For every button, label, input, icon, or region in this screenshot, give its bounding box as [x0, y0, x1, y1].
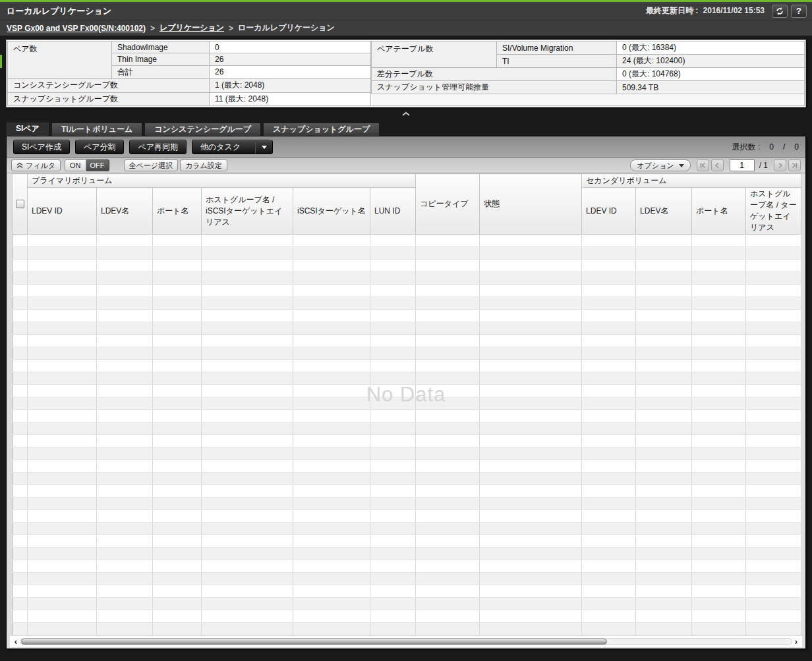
selection-separator: / — [783, 142, 785, 152]
select-all-pages-button[interactable]: 全ページ選択 — [124, 159, 179, 171]
thinimage-value: 26 — [210, 53, 371, 65]
tab-ti-root-volume[interactable]: TIルートボリューム — [51, 123, 142, 136]
column-status[interactable]: 状態 — [480, 174, 582, 235]
shadowimage-value: 0 — [210, 42, 371, 53]
column-secondary-ldev-name[interactable]: LDEV名 — [636, 188, 692, 235]
selection-count: 選択数 : 0 / 0 — [732, 142, 799, 153]
snapshot-capacity-value: 509.34 TB — [617, 81, 805, 94]
grid-body — [13, 235, 801, 635]
scrollbar-track[interactable] — [20, 638, 792, 645]
si-volume-migration-label: SI/Volume Migration — [497, 42, 617, 55]
table-row — [13, 498, 801, 510]
pair-total-value: 26 — [210, 65, 371, 78]
scroll-right-icon[interactable]: › — [792, 637, 800, 647]
collapse-summary-button[interactable] — [401, 111, 411, 117]
summary-table-right: ペアテーブル数 SI/Volume Migration 0 (最大: 16384… — [371, 41, 805, 106]
table-row — [13, 422, 801, 435]
scrollbar-thumb[interactable] — [21, 639, 607, 645]
summary-collapse-bar — [0, 107, 812, 121]
column-primary-ldev-name[interactable]: LDEV名 — [97, 188, 153, 235]
group-secondary-volume: セカンダリボリューム — [582, 174, 801, 188]
column-primary-port-name[interactable]: ポート名 — [153, 188, 202, 235]
table-row — [13, 285, 801, 297]
diff-table-count-label: 差分テーブル数 — [372, 68, 617, 81]
tab-consistency-group[interactable]: コンシステンシーグループ — [144, 123, 261, 136]
breadcrumb-current: ローカルレプリケーション — [238, 22, 335, 34]
split-pair-button[interactable]: ペア分割 — [75, 140, 125, 154]
more-tasks-dropdown[interactable] — [255, 140, 272, 154]
pair-count-label: ペア数 — [8, 42, 112, 79]
pair-total-label: 合計 — [112, 65, 210, 78]
scroll-left-icon[interactable]: ‹ — [12, 637, 20, 647]
column-secondary-hostgroup[interactable]: ホストグループ名 / ターゲットエイリアス — [746, 188, 801, 235]
table-row — [13, 335, 801, 347]
first-page-button[interactable] — [697, 159, 709, 171]
next-page-button[interactable] — [774, 159, 786, 171]
pair-table-count-label: ペアテーブル数 — [372, 42, 497, 68]
pair-grid: プライマリボリューム コピータイプ 状態 セカンダリボリューム LDEV ID … — [12, 173, 800, 635]
next-page-icon — [776, 162, 784, 169]
page-number-input[interactable] — [730, 159, 755, 171]
tab-bar: SIペアTIルートボリュームコンシステンシーグループスナップショットグループ — [6, 121, 806, 136]
tab-snapshot-group[interactable]: スナップショットグループ — [263, 123, 380, 136]
filter-off-button[interactable]: OFF — [86, 159, 109, 171]
breadcrumb-link-replication[interactable]: レプリケーション — [160, 22, 224, 34]
filter-icon — [16, 162, 23, 169]
tab-si-pair[interactable]: SIペア — [6, 121, 49, 136]
more-tasks-label: 他のタスク — [192, 142, 255, 153]
toolbar: SIペア作成 ペア分割 ペア再同期 他のタスク 選択数 : 0 / 0 — [7, 136, 805, 158]
table-row — [13, 360, 801, 372]
consistency-group-count-value: 1 (最大: 2048) — [210, 79, 371, 92]
last-page-icon — [791, 162, 798, 169]
last-updated: 最終更新日時 : 2016/11/02 15:53 — [646, 5, 765, 16]
column-primary-iscsi-target[interactable]: iSCSIターゲット名 — [293, 188, 370, 235]
column-primary-lun-id[interactable]: LUN ID — [370, 188, 416, 235]
first-page-icon — [699, 162, 707, 169]
table-row — [13, 473, 801, 485]
filter-label: フィルタ — [26, 161, 55, 171]
table-row — [13, 485, 801, 498]
column-primary-hostgroup[interactable]: ホストグループ名 / iSCSIターゲットエイリアス — [202, 188, 293, 235]
column-copy-type[interactable]: コピータイプ — [416, 174, 480, 235]
consistency-group-count-label: コンシステンシーグループ数 — [8, 79, 210, 92]
table-row — [13, 598, 801, 610]
snapshot-capacity-label: スナップショット管理可能推量 — [372, 81, 617, 94]
page-title: ローカルレプリケーション — [7, 5, 111, 17]
filter-on-button[interactable]: ON — [65, 159, 86, 171]
last-page-button[interactable] — [788, 159, 801, 171]
resync-pair-button[interactable]: ペア再同期 — [129, 140, 187, 154]
select-all-checkbox[interactable] — [16, 200, 24, 208]
title-bar: ローカルレプリケーション 最終更新日時 : 2016/11/02 15:53 ? — [0, 2, 812, 20]
snapshot-group-count-label: スナップショットグループ数 — [8, 92, 210, 105]
selection-current: 0 — [769, 142, 774, 152]
pair-table: プライマリボリューム コピータイプ 状態 セカンダリボリューム LDEV ID … — [12, 173, 801, 635]
page-total-label: / 1 — [759, 161, 768, 170]
summary-table-left: ペア数 ShadowImage 0 Thin Image 26 合計 26 コン… — [7, 41, 371, 106]
table-row — [13, 372, 801, 385]
table-row — [13, 548, 801, 560]
create-si-pair-button[interactable]: SIペア作成 — [13, 140, 70, 154]
options-label: オプション — [637, 161, 674, 171]
table-row — [13, 573, 801, 585]
column-settings-button[interactable]: カラム設定 — [180, 159, 227, 171]
column-primary-ldev-id[interactable]: LDEV ID — [28, 188, 97, 235]
diff-table-count-value: 0 (最大: 104768) — [617, 68, 805, 81]
table-row — [13, 272, 801, 285]
help-button[interactable]: ? — [791, 5, 807, 18]
more-tasks-button[interactable]: 他のタスク — [192, 140, 273, 154]
breadcrumb-link-storage-system[interactable]: VSP Gx00 and VSP Fx00(S/N:400102) — [7, 24, 146, 33]
filter-bar: フィルタ ON OFF 全ページ選択 カラム設定 オプション — [7, 158, 805, 173]
options-button[interactable]: オプション — [630, 159, 690, 171]
table-row — [13, 523, 801, 535]
prev-page-icon — [714, 162, 721, 169]
chevron-up-icon — [401, 107, 411, 119]
column-secondary-port-name[interactable]: ポート名 — [692, 188, 746, 235]
summary-empty-cell — [372, 94, 805, 106]
chevron-down-icon — [262, 146, 267, 149]
filter-button[interactable]: フィルタ — [11, 159, 61, 171]
refresh-button[interactable] — [772, 5, 788, 18]
column-secondary-ldev-id[interactable]: LDEV ID — [582, 188, 636, 235]
horizontal-scrollbar: ‹ › — [10, 636, 802, 647]
chevron-down-icon — [679, 164, 684, 167]
prev-page-button[interactable] — [711, 159, 724, 171]
